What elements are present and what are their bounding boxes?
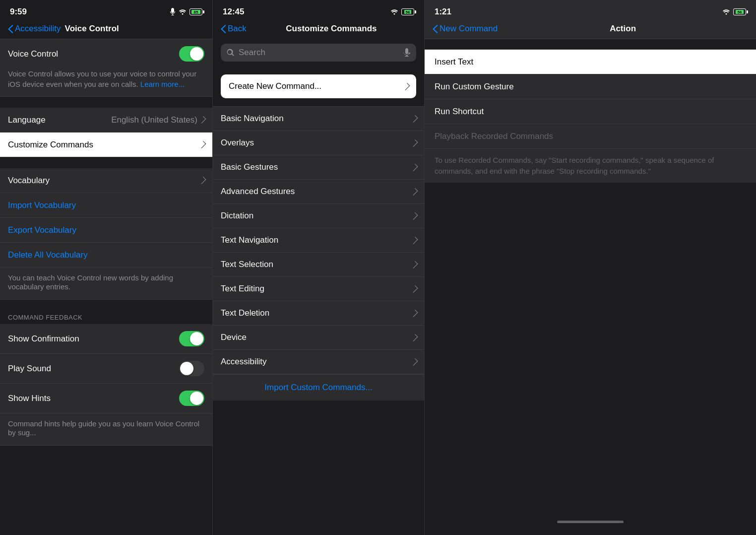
search-input[interactable] [239, 48, 399, 58]
voice-control-toggle[interactable] [179, 46, 204, 62]
time-1: 9:59 [10, 7, 27, 17]
status-bar-3: 1:21 56 [425, 0, 756, 20]
cmd-row-text-selection[interactable]: Text Selection [213, 253, 424, 277]
export-vocab-row[interactable]: Export Vocabulary [0, 218, 212, 243]
show-confirmation-label: Show Confirmation [8, 334, 79, 344]
status-icons-1: 85 [170, 8, 202, 16]
cmd-row-text-deletion[interactable]: Text Deletion [213, 301, 424, 326]
cmd-row-overlays[interactable]: Overlays [213, 131, 424, 155]
show-confirmation-toggle[interactable] [179, 331, 204, 346]
battery-icon-3: 56 [733, 8, 746, 15]
cmd-row-accessibility[interactable]: Accessibility [213, 350, 424, 374]
commands-list: Basic Navigation Overlays Basic Gestures… [213, 106, 424, 374]
voice-control-label: Voice Control [8, 49, 58, 59]
cmd-chevron-accessibility-icon [411, 358, 418, 366]
cmd-row-basic-gestures[interactable]: Basic Gestures [213, 155, 424, 180]
cmd-label-basic-gestures: Basic Gestures [221, 162, 278, 172]
commands-content: Basic Navigation Overlays Basic Gestures… [213, 106, 424, 535]
search-bar[interactable] [221, 44, 416, 62]
cmd-row-dictation[interactable]: Dictation [213, 204, 424, 228]
cmd-chevron-text-navigation-icon [411, 237, 418, 244]
import-vocab-row[interactable]: Import Vocabulary [0, 193, 212, 218]
cmd-label-text-navigation: Text Navigation [221, 235, 278, 245]
create-new-command-row[interactable]: Create New Command... [221, 74, 416, 98]
back-chevron-icon-3 [433, 25, 438, 33]
cmd-chevron-text-deletion-icon [411, 310, 418, 317]
export-vocab-label: Export Vocabulary [8, 225, 76, 235]
cmd-chevron-advanced-gestures-icon [411, 188, 418, 196]
language-value: English (United States) [111, 115, 204, 125]
vocabulary-row[interactable]: Vocabulary [0, 168, 212, 193]
back-chevron-icon [8, 25, 13, 33]
cmd-row-device[interactable]: Device [213, 326, 424, 350]
action-label-playback-recorded: Playback Recorded Commands [435, 132, 553, 141]
search-icon [227, 49, 235, 57]
back-chevron-icon-2 [221, 25, 226, 33]
delete-vocab-row[interactable]: Delete All Vocabulary [0, 243, 212, 268]
mic-search-icon [403, 48, 410, 57]
cmd-label-device: Device [221, 333, 247, 342]
delete-vocab-label: Delete All Vocabulary [8, 250, 88, 260]
back-button-1[interactable]: Accessibility [8, 24, 61, 34]
status-icons-3: 56 [722, 8, 746, 15]
playback-description: To use Recorded Commands, say "Start rec… [425, 149, 756, 183]
back-button-2[interactable]: Back [221, 24, 247, 34]
back-button-3[interactable]: New Command [433, 24, 498, 34]
nav-title-2: Customize Commands [247, 24, 416, 34]
cmd-label-basic-navigation: Basic Navigation [221, 114, 284, 124]
cmd-chevron-text-editing-icon [411, 285, 418, 293]
cmd-chevron-basic-gestures-icon [411, 164, 418, 171]
action-label-run-shortcut: Run Shortcut [435, 107, 484, 117]
cmd-chevron-device-icon [411, 334, 418, 341]
voice-control-toggle-row: Voice Control [0, 39, 212, 68]
vocabulary-label: Vocabulary [8, 176, 50, 186]
battery-icon: 85 [189, 8, 202, 15]
play-sound-label: Play Sound [8, 364, 51, 374]
cmd-row-text-editing[interactable]: Text Editing [213, 277, 424, 301]
vocabulary-chevron-icon [199, 177, 206, 184]
wifi-icon [179, 9, 187, 15]
cmd-row-advanced-gestures[interactable]: Advanced Gestures [213, 180, 424, 204]
customize-commands-label: Customize Commands [8, 140, 93, 150]
wifi-icon-3 [722, 9, 730, 15]
cmd-row-basic-navigation[interactable]: Basic Navigation [213, 107, 424, 131]
action-row-playback-recorded: Playback Recorded Commands [425, 124, 756, 149]
show-hints-row[interactable]: Show Hints [0, 384, 212, 413]
cmd-label-text-deletion: Text Deletion [221, 308, 269, 318]
play-sound-row[interactable]: Play Sound [0, 354, 212, 384]
screen-action: 1:21 56 New Command Action Insert Text R… [425, 0, 756, 535]
language-label: Language [8, 115, 46, 125]
learn-more-link[interactable]: Learn more... [140, 80, 185, 88]
mic-icon [170, 8, 176, 16]
import-custom-commands-link[interactable]: Import Custom Commands... [213, 374, 424, 401]
cmd-row-text-navigation[interactable]: Text Navigation [213, 228, 424, 253]
nav-bar-3: New Command Action [425, 20, 756, 39]
feedback-section-label: COMMAND FEEDBACK [0, 305, 212, 324]
import-vocab-label: Import Vocabulary [8, 201, 76, 210]
action-label-insert-text: Insert Text [435, 57, 473, 67]
status-bar-2: 12:45 56 [213, 0, 424, 20]
play-sound-toggle[interactable] [179, 361, 204, 376]
back-label-1: Accessibility [15, 24, 61, 34]
action-label-run-custom-gesture: Run Custom Gesture [435, 82, 514, 92]
action-row-run-shortcut[interactable]: Run Shortcut [425, 99, 756, 124]
language-row[interactable]: Language English (United States) [0, 108, 212, 133]
voice-control-description: Voice Control allows you to use your voi… [0, 68, 212, 96]
status-bar-1: 9:59 85 [0, 0, 212, 20]
action-row-run-custom-gesture[interactable]: Run Custom Gesture [425, 74, 756, 99]
show-confirmation-row[interactable]: Show Confirmation [0, 324, 212, 354]
cmd-label-text-editing: Text Editing [221, 284, 264, 294]
nav-title-3: Action [498, 24, 748, 34]
show-hints-toggle[interactable] [179, 391, 204, 406]
back-label-3: New Command [440, 24, 498, 34]
vocab-hint: You can teach Voice Control new words by… [8, 273, 173, 291]
customize-commands-row[interactable]: Customize Commands [0, 133, 212, 157]
action-row-insert-text[interactable]: Insert Text [425, 50, 756, 74]
voice-control-section: Voice Control Voice Control allows you t… [0, 39, 212, 97]
cmd-label-accessibility: Accessibility [221, 357, 267, 367]
content-1: Voice Control Voice Control allows you t… [0, 39, 212, 535]
cmd-chevron-dictation-icon [411, 212, 418, 220]
cmd-label-text-selection: Text Selection [221, 260, 273, 269]
cmd-chevron-overlays-icon [411, 139, 418, 147]
action-list: Insert Text Run Custom Gesture Run Short… [425, 49, 756, 183]
